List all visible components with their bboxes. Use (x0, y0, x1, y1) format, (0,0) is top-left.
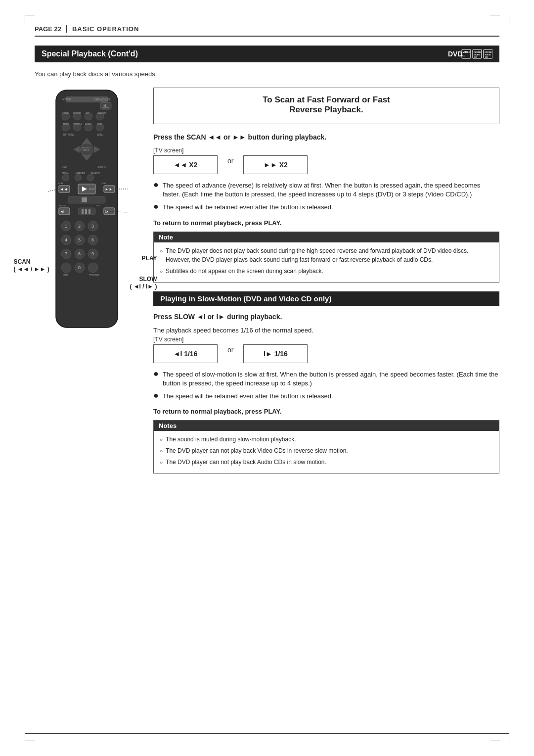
header-divider (66, 25, 67, 33)
scan-note-1: ○ The DVD player does not play back soun… (160, 246, 493, 264)
slow-bullet-dot-2: ● (153, 391, 159, 400)
svg-point-51 (75, 174, 82, 181)
scan-box-title: To Scan at Fast Forward or Fast Reverse … (163, 95, 490, 115)
scan-bullet-1: ● The speed of advance (reverse) is rela… (153, 181, 499, 199)
svg-text:RETURN: RETURN (97, 166, 106, 168)
svg-text:7: 7 (65, 251, 67, 256)
svg-text:8: 8 (78, 251, 81, 256)
svg-text:CD: CD (485, 56, 488, 58)
svg-text:CD: CD (474, 56, 477, 58)
right-column: To Scan at Fast Forward or Fast Reverse … (153, 88, 499, 482)
scan-fwd-group: ►► X2 (243, 147, 308, 174)
svg-text:PLAY: PLAY (89, 188, 95, 190)
svg-text:DVD: DVD (448, 50, 463, 58)
svg-rect-70 (85, 209, 87, 214)
section-title-bar: Special Playback (Cont'd) DVD VIDEO CD D… (35, 46, 499, 62)
svg-text:ENTER: ENTER (83, 149, 89, 151)
svg-text:1: 1 (65, 224, 67, 229)
svg-text:OSD: OSD (62, 166, 67, 168)
slow-note-1: ○ The sound is muted during slow-motion … (160, 435, 493, 444)
intro-text: You can play back discs at various speed… (35, 70, 499, 78)
disc-logos-svg: DVD VIDEO CD DIGITAL VIDEO CD DIGITAL AU… (448, 48, 492, 59)
svg-text:MENU: MENU (97, 134, 103, 136)
scan-bullet-2: ● The speed will be retained even after … (153, 203, 499, 212)
slow-rewind-screen: ◄I 1/16 (153, 344, 218, 363)
svg-text:SUBTITLE: SUBTITLE (73, 123, 82, 125)
page-number: PAGE 22 (35, 25, 61, 33)
svg-point-50 (62, 174, 69, 181)
slow-note-2: ○ The DVD player can not play back Video… (160, 446, 493, 455)
slow-return-instruction: To return to normal playback, press PLAY… (153, 408, 499, 415)
header-section-title: BASIC OPERATION (72, 25, 139, 33)
svg-text:9: 9 (91, 251, 94, 256)
slow-note-circle-2: ○ (160, 447, 163, 455)
svg-text:◄◄: ◄◄ (60, 187, 68, 191)
slow-bullet-1: ● The speed of slow-motion is slow at fi… (153, 370, 499, 388)
slow-notes-box: Notes ○ The sound is muted during slow-m… (153, 420, 499, 473)
scan-note-2: ○ Subtitles do not appear on the screen … (160, 267, 493, 276)
scan-forward-screen: ►► X2 (243, 155, 308, 174)
svg-text:5: 5 (78, 237, 81, 242)
scan-tv-label-spacer (243, 147, 245, 154)
remote-svg-container: POWER OPEN/CLOSE SCENE REPEAT (41, 88, 133, 346)
slow-sub-instruction: The playback speed becomes 1/16 of the n… (153, 327, 499, 334)
svg-point-92 (61, 263, 71, 273)
scan-section-box: To Scan at Fast Forward or Fast Reverse … (153, 88, 499, 124)
bullet-dot-2: ● (153, 202, 159, 211)
svg-text:FLAT: FLAT (58, 182, 63, 185)
svg-text:TOP MENU: TOP MENU (63, 134, 75, 136)
svg-text:2: 2 (78, 224, 81, 229)
svg-point-52 (87, 174, 94, 181)
svg-text:RANDOM: RANDOM (97, 112, 106, 114)
svg-point-95 (88, 263, 98, 273)
slow-notes-header: Notes (154, 421, 499, 431)
svg-text:OPEN/CLOSE: OPEN/CLOSE (94, 98, 111, 101)
svg-text:VIDEO: VIDEO (463, 50, 471, 53)
disc-icons: DVD VIDEO CD DIGITAL VIDEO CD DIGITAL AU… (448, 48, 492, 59)
svg-text:AUDIO: AUDIO (63, 123, 69, 125)
slow-note-circle-3: ○ (160, 459, 163, 466)
slow-forward-screen: I► 1/16 (243, 344, 308, 363)
svg-text:0: 0 (78, 265, 81, 270)
slow-tv-label-spacer (243, 336, 245, 343)
svg-text:PROGRAM: PROGRAM (89, 274, 99, 276)
slow-bullet-list: ● The speed of slow-motion is slow at fi… (153, 370, 499, 401)
svg-text:REPEAT: REPEAT (73, 112, 81, 114)
svg-text:PAUSE: PAUSE (59, 204, 66, 207)
bottom-line (25, 733, 509, 734)
scan-rewind-screen: ◄◄ X2 (153, 155, 218, 174)
slow-fwd-group: I► 1/16 (243, 336, 308, 363)
scan-or-text: or (227, 147, 233, 165)
scan-tv-group: [TV screen] ◄◄ X2 (153, 147, 218, 174)
slow-note-circle-1: ○ (160, 436, 163, 443)
svg-rect-69 (82, 209, 84, 214)
svg-text:3: 3 (91, 224, 94, 229)
scan-label: SCAN (14, 258, 31, 265)
svg-text:SCENE: SCENE (62, 112, 69, 114)
svg-text:CHAR: CHAR (63, 274, 68, 276)
scan-tv-screens: [TV screen] ◄◄ X2 or ►► X2 (153, 147, 499, 174)
remote-control-svg: POWER OPEN/CLOSE SCENE REPEAT (41, 88, 133, 345)
scan-note-content: ○ The DVD player does not play back soun… (154, 242, 499, 282)
svg-text:ANGLE: ANGLE (85, 123, 92, 125)
section-title-text: Special Playback (Cont'd) (42, 49, 138, 58)
slow-or-text: or (227, 336, 233, 354)
slow-notes-content: ○ The sound is muted during slow-motion … (154, 431, 499, 473)
note-circle-2: ○ (160, 268, 163, 275)
svg-text:REC: REC (96, 204, 101, 207)
bullet-dot-1: ● (153, 180, 159, 189)
svg-text:POWER: POWER (62, 98, 71, 101)
slow-note-3: ○ The DVD player can not play back Audio… (160, 458, 493, 467)
slow-tv-label: [TV screen] (153, 336, 183, 343)
play-label: PLAY (142, 255, 157, 262)
slow-label: SLOW (139, 276, 157, 283)
svg-text:SURL: SURL (97, 123, 102, 125)
scan-instruction-heading: Press the SCAN ◄◄ or ►► button during pl… (153, 133, 499, 141)
slow-tv-group: [TV screen] ◄I 1/16 (153, 336, 218, 363)
svg-rect-63 (82, 197, 87, 202)
svg-text:A-B: A-B (86, 112, 89, 114)
svg-text:4: 4 (65, 237, 67, 242)
scan-label-sub: ( ◄◄ / ►► ) (14, 266, 49, 273)
scan-return-instruction: To return to normal playback, press PLAY… (153, 219, 499, 227)
svg-text:CD: CD (462, 54, 465, 57)
